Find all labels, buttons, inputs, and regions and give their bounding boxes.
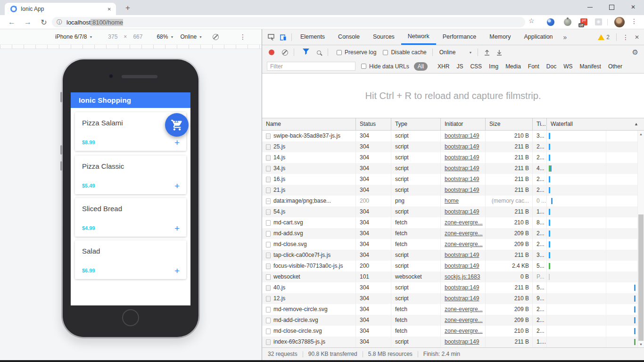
scroll-up-icon[interactable]: ▲ <box>638 131 644 137</box>
add-to-cart-button[interactable]: + <box>174 266 180 276</box>
filter-type-css[interactable]: CSS <box>470 63 482 70</box>
profile-avatar[interactable] <box>614 17 625 27</box>
table-row[interactable]: 14.js 304 script bootstrap:149 211 B 2..… <box>262 152 637 163</box>
initiator-link[interactable]: bootstrap:149 <box>445 206 479 217</box>
filter-type-img[interactable]: Img <box>489 63 498 70</box>
filter-type-js[interactable]: JS <box>456 63 463 70</box>
initiator-link[interactable]: zone-evergre... <box>445 315 483 326</box>
column-header-size[interactable]: Size <box>486 118 533 130</box>
extension-swirl-icon[interactable] <box>547 18 554 26</box>
initiator-link[interactable]: bootstrap:149 <box>445 131 479 141</box>
column-header-time[interactable]: Ti... <box>533 118 547 130</box>
tab-close-icon[interactable]: ✕ <box>107 7 111 12</box>
clear-icon[interactable] <box>282 49 288 56</box>
window-close-button[interactable]: ✕ <box>622 0 644 14</box>
initiator-link[interactable]: zone-evergre... <box>445 239 483 250</box>
filter-type-xhr[interactable]: XHR <box>438 63 449 70</box>
zoom-select[interactable]: 68% ▼ <box>157 33 173 40</box>
disable-cache-checkbox[interactable]: Disable cache <box>383 49 426 56</box>
initiator-link[interactable]: bootstrap:149 <box>445 152 479 163</box>
column-header-name[interactable]: Name <box>262 118 356 130</box>
filter-type-media[interactable]: Media <box>505 63 521 70</box>
record-icon[interactable] <box>269 49 274 55</box>
scroll-down-icon[interactable]: ▼ <box>638 341 644 347</box>
initiator-link[interactable]: zone-evergre... <box>445 217 483 228</box>
filter-type-doc[interactable]: Doc <box>546 63 556 70</box>
export-har-icon[interactable] <box>495 49 504 56</box>
forward-button[interactable]: → <box>22 16 34 28</box>
tab-performance[interactable]: Performance <box>436 29 483 45</box>
add-to-cart-button[interactable]: + <box>174 181 180 191</box>
warning-counter[interactable]: 2 <box>598 34 610 41</box>
window-minimize-button[interactable] <box>579 0 601 14</box>
filter-type-manifest[interactable]: Manifest <box>580 63 601 70</box>
table-row[interactable]: md-add.svg 304 fetch zone-evergre... 209… <box>262 228 637 239</box>
initiator-link[interactable]: zone-evergre... <box>445 304 483 315</box>
extension-tomato-icon[interactable] <box>564 18 571 26</box>
initiator-link[interactable]: zone-evergre... <box>445 228 483 239</box>
column-header-type[interactable]: Type <box>391 118 441 130</box>
extension-pd-icon[interactable]: pdoff <box>580 18 587 25</box>
table-row[interactable]: focus-visible-70713a0c-js.js 200 script … <box>262 261 637 272</box>
filter-type-other[interactable]: Other <box>608 63 622 70</box>
refresh-button[interactable]: ↻ <box>38 16 50 28</box>
viewport-width-field[interactable]: 375 <box>108 33 117 40</box>
table-row[interactable]: md-close-circle.svg 304 fetch zone-everg… <box>262 326 637 337</box>
initiator-link[interactable]: bootstrap:149 <box>445 337 479 347</box>
table-row[interactable]: md-add-circle.svg 304 fetch zone-evergre… <box>262 315 637 326</box>
network-settings-gear-icon[interactable]: ⚙ <box>632 48 638 57</box>
network-throttling-select[interactable]: Online ▼ <box>439 49 472 56</box>
device-select[interactable]: iPhone 6/7/8 ▼ <box>55 33 92 40</box>
import-har-icon[interactable] <box>483 49 491 56</box>
filter-type-ws[interactable]: WS <box>563 63 572 70</box>
browser-menu-icon[interactable]: ⋮ <box>631 17 637 25</box>
browser-tab[interactable]: Ionic App ✕ <box>5 3 116 15</box>
filter-type-all[interactable]: All <box>414 62 428 71</box>
initiator-link[interactable]: bootstrap:149 <box>445 250 479 261</box>
devtools-close-icon[interactable]: ✕ <box>633 34 644 41</box>
tab-console[interactable]: Console <box>331 29 366 45</box>
cart-fab-button[interactable]: 11 <box>165 113 189 137</box>
address-bar[interactable]: ⓘ localhost:8100/home <box>52 17 525 27</box>
column-header-status[interactable]: Status <box>356 118 391 130</box>
table-row[interactable]: md-close.svg 304 fetch zone-evergre... 2… <box>262 239 637 250</box>
table-row[interactable]: 34.js 304 script bootstrap:149 211 B 4..… <box>262 163 637 174</box>
table-row[interactable]: data:image/png;base... 200 png home (mem… <box>262 196 637 206</box>
bookmark-star-icon[interactable]: ☆ <box>528 17 535 25</box>
tab-sources[interactable]: Sources <box>366 29 401 45</box>
table-row[interactable]: md-cart.svg 304 fetch zone-evergre... 21… <box>262 217 637 228</box>
initiator-link[interactable]: bootstrap:149 <box>445 174 479 185</box>
table-row[interactable]: 21.js 304 script bootstrap:149 211 B 2..… <box>262 185 637 196</box>
back-button[interactable]: ← <box>6 16 18 28</box>
table-row[interactable]: md-remove-circle.svg 304 fetch zone-ever… <box>262 304 637 315</box>
initiator-link[interactable]: bootstrap:149 <box>445 141 479 152</box>
add-to-cart-button[interactable]: + <box>174 223 180 234</box>
table-scrollbar[interactable]: ▲ ▼ <box>637 131 644 347</box>
table-row[interactable]: 12.js 304 script bootstrap:149 210 B 9..… <box>262 293 637 304</box>
hide-data-urls-checkbox[interactable]: Hide data URLs <box>361 63 409 70</box>
inspect-element-icon[interactable] <box>265 31 277 43</box>
table-row[interactable]: 54.js 304 script bootstrap:149 211 B 1..… <box>262 206 637 217</box>
scrollbar-thumb[interactable] <box>638 214 644 341</box>
initiator-link[interactable]: home <box>445 196 459 206</box>
table-row[interactable]: websocket 101 websocket sockjs.js:1683 0… <box>262 272 637 282</box>
tab-elements[interactable]: Elements <box>294 29 331 45</box>
devtools-menu-icon[interactable]: ⋮ <box>619 33 633 41</box>
column-header-initiator[interactable]: Initiator <box>441 118 486 130</box>
filter-type-font[interactable]: Font <box>528 63 539 70</box>
window-maximize-button[interactable] <box>601 0 622 14</box>
initiator-link[interactable]: bootstrap:149 <box>445 282 479 293</box>
column-header-waterfall[interactable]: Waterfall▲ <box>547 118 644 130</box>
table-row[interactable]: index-69c37885-js.js 304 script bootstra… <box>262 337 637 347</box>
info-icon[interactable]: ⓘ <box>57 18 62 26</box>
table-row[interactable]: swipe-back-35ad8e37-js.js 304 script boo… <box>262 131 637 141</box>
network-filter-input[interactable] <box>267 62 355 71</box>
initiator-link[interactable]: bootstrap:149 <box>445 293 479 304</box>
more-tabs-icon[interactable]: » <box>560 33 571 41</box>
table-row[interactable]: 16.js 304 script bootstrap:149 211 B 2..… <box>262 174 637 185</box>
table-row[interactable]: tap-click-ca00ce7f-js.js 304 script boot… <box>262 250 637 261</box>
preserve-log-checkbox[interactable]: Preserve log <box>337 49 376 56</box>
table-row[interactable]: 40.js 304 script bootstrap:149 211 B 5..… <box>262 282 637 293</box>
initiator-link[interactable]: bootstrap:149 <box>445 261 479 272</box>
rotate-icon[interactable] <box>213 34 219 40</box>
